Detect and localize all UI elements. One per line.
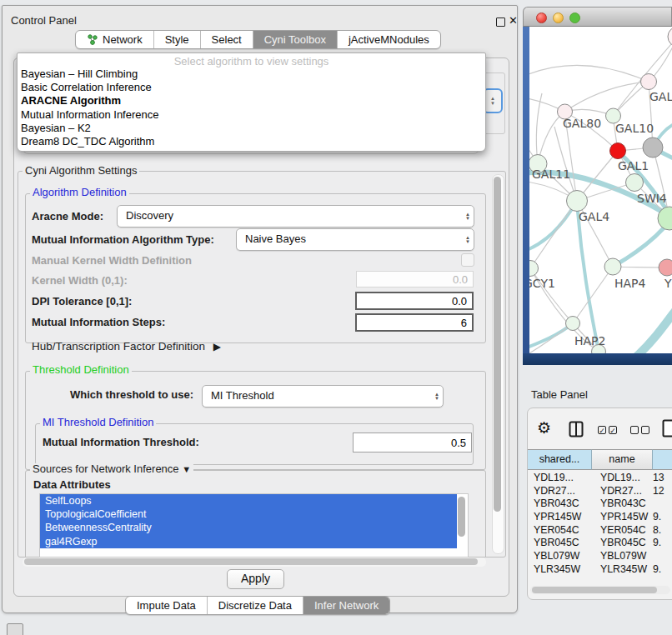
node-gal-partial[interactable] [641,74,657,90]
infer-tabs: Impute Data Discretize Data Infer Networ… [125,596,390,615]
minimized-panel-icon[interactable] [7,623,23,635]
tab-network-label: Network [103,31,143,48]
desktop: { "titlebar": { "title": "Control Panel"… [0,0,672,635]
scrollbar-thumb[interactable] [532,587,657,593]
hub-tf-definition-toggle[interactable]: Hub/Transcription Factor Definition ▶ [32,340,221,352]
table-row[interactable]: YDL19...YDL19...13 [528,472,672,485]
table-row[interactable]: YBR043CYBR043C [528,498,672,511]
node-hap4[interactable] [604,258,621,275]
float-panel-icon[interactable] [496,18,505,27]
network-canvas[interactable]: GAL GAL80 GAL10 GAL1 GAL11 SWI4 GAL4 GCY… [529,27,672,353]
column-header-shared-name[interactable]: shared... [528,449,592,470]
which-threshold-combo[interactable]: MI Threshold ▲▼ [202,385,444,408]
table-panel-title: Table Panel [531,388,588,401]
deselect-all-columns-icon[interactable] [630,426,652,441]
mi-steps-field[interactable] [355,313,474,332]
table-row[interactable]: YBR045CYBR045C9. [528,537,672,550]
kernel-width-label: Kernel Width (0,1): [32,274,128,287]
node-label: GAL11 [532,168,570,181]
new-table-icon[interactable] [662,419,672,438]
node-gray[interactable] [643,138,663,158]
tab-infer-network[interactable]: Infer Network [303,597,389,614]
kernel-width-field[interactable] [356,271,474,288]
algorithm-dropdown-popup: Select algorithm to view settings Bayesi… [17,52,486,152]
network-icon [87,34,98,45]
close-panel-icon[interactable]: ✕ [509,14,518,27]
node-gal4[interactable] [567,191,588,212]
tab-style[interactable]: Style [154,31,201,48]
tab-select[interactable]: Select [201,31,253,48]
mi-type-label: Mutual Information Algorithm Type: [32,233,214,246]
tab-discretize-data[interactable]: Discretize Data [208,597,303,614]
close-window-icon[interactable] [536,12,547,23]
select-all-columns-icon[interactable]: ✓✓ [598,426,619,441]
manual-kernel-label: Manual Kernel Width Definition [32,254,192,267]
node-label: GAL4 [579,210,609,223]
which-threshold-label: Which threshold to use: [70,388,193,401]
node-label: HAP4 [614,277,646,290]
list-item-betweennesscentrality[interactable]: BetweennessCentrality [40,521,457,534]
scrollbar-thumb[interactable] [458,497,465,537]
node-label: Y [664,277,672,290]
table-row[interactable]: YPR145WYPR145W9. [528,511,672,524]
minimize-window-icon[interactable] [553,12,564,23]
gear-icon[interactable]: ⚙ [537,418,551,438]
manual-kernel-checkbox[interactable] [461,253,474,267]
option-dream8[interactable]: Dream8 DC_TDC Algorithm [18,135,485,148]
dpi-tolerance-field[interactable] [355,292,474,310]
network-window-titlebar[interactable] [523,7,672,27]
scrollbar-thumb[interactable] [494,177,501,512]
network-window-frame-bottom [523,353,672,365]
settings-group-title: Cyni Algorithm Settings [23,165,139,177]
settings-horizontal-scrollbar[interactable] [23,558,486,567]
split-columns-icon[interactable] [569,421,584,438]
settings-vertical-scrollbar[interactable] [492,174,504,554]
zoom-window-icon[interactable] [569,12,580,23]
scrollbar-thumb[interactable] [24,558,478,565]
tab-impute-data[interactable]: Impute Data [126,597,208,614]
tab-network[interactable]: Network [76,31,154,48]
node-label: GCY1 [529,277,555,290]
node-salmon[interactable] [659,259,672,276]
tab-jactivemnodules[interactable]: jActiveMNodules [338,31,440,48]
list-item-gal4rgexp[interactable]: gal4RGexp [40,535,457,548]
control-panel-tabs: Network Style Select Cyni Toolbox jActiv… [75,30,441,49]
node-label: GAL10 [615,122,654,135]
data-attributes-label: Data Attributes [33,478,111,491]
table-row[interactable]: YER054CYER054C8. [528,524,672,538]
table-horizontal-scrollbar[interactable] [530,586,670,594]
mi-threshold-field[interactable] [353,432,472,452]
node-label: GAL1 [618,159,649,172]
table-row[interactable]: YDR27...YDR27...12 [528,485,672,498]
table-panel: ⚙ ✓✓ shared... name YDL19...YDL19...13 Y… [527,408,672,600]
table-row[interactable]: YBL079WYBL079W [528,550,672,563]
panel-title: Control Panel [11,14,77,27]
option-bayesian-hill-climbing[interactable]: Bayesian – Hill Climbing [18,68,485,81]
table-row[interactable]: YLR345WYLR345W9. [528,563,672,576]
aracne-mode-combo[interactable]: Discovery ▲▼ [117,205,474,228]
node-hap2[interactable] [566,317,580,331]
control-panel-window: Control Panel ✕ Network Style Select Cyn… [2,5,518,613]
column-header-name[interactable]: name [592,449,653,470]
tab-cyni-toolbox[interactable]: Cyni Toolbox [253,31,338,48]
list-item-selfloops[interactable]: SelfLoops [40,494,457,508]
column-header-partial[interactable] [653,449,672,470]
node-gcy1[interactable] [529,261,539,277]
node-table: YDL19...YDL19...13 YDR27...YDR27...12 YB… [528,472,672,576]
mi-steps-label: Mutual Information Steps: [32,316,165,328]
expand-right-icon: ▶ [213,341,221,352]
sources-title[interactable]: Sources for Network Inference ▼ [30,463,193,475]
node-label: GAL [649,90,672,103]
apply-button[interactable]: Apply [227,569,284,589]
network-window-frame-left [523,27,529,353]
list-vertical-scrollbar[interactable] [457,495,467,555]
node-partial-top-right[interactable] [668,27,672,47]
option-mutual-information[interactable]: Mutual Information Inference [18,108,485,122]
node-selected-red[interactable] [610,143,626,159]
list-item-topologicalcoefficient[interactable]: TopologicalCoefficient [40,508,457,521]
option-bayesian-k2[interactable]: Bayesian – K2 [18,122,485,135]
node-gal1[interactable] [626,174,644,192]
mi-type-combo[interactable]: Naive Bayes ▲▼ [236,228,474,251]
option-aracne[interactable]: ARACNE Algorithm [18,94,485,108]
option-basic-correlation[interactable]: Basic Correlation Inference [18,81,485,94]
